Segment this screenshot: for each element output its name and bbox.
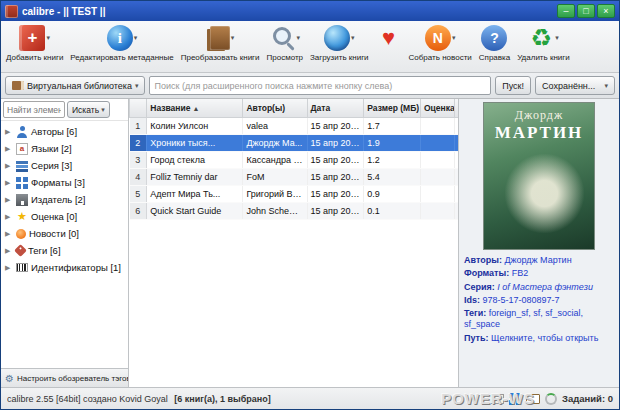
sidebar-item-formats[interactable]: ▶Форматы [3] bbox=[1, 174, 128, 191]
status-icons: Заданий: 0 bbox=[491, 393, 613, 405]
configure-tag-browser-button[interactable]: ⚙ Настроить обозреватель тэгов bbox=[1, 368, 128, 387]
toolbar-button-get-books[interactable]: ▾Загрузить книги bbox=[307, 23, 372, 63]
table-row[interactable]: 2Хроники тыся...Джордж Ма...15 апр 20161… bbox=[130, 134, 459, 151]
table-cell[interactable] bbox=[420, 202, 455, 219]
sidebar-item-identifiers[interactable]: ▶Идентификаторы [1] bbox=[1, 259, 128, 276]
virtual-library-button[interactable]: Виртуальная библиотека ▾ bbox=[5, 76, 145, 95]
table-cell[interactable]: Folliz Temniy dar bbox=[147, 168, 243, 185]
expander-icon[interactable]: ▶ bbox=[5, 213, 13, 221]
search-input[interactable] bbox=[149, 76, 491, 95]
table-cell[interactable]: Хроники тыся... bbox=[147, 134, 243, 151]
sidebar-item-publisher[interactable]: ▶Издатель [2] bbox=[1, 191, 128, 208]
table-cell[interactable]: 15 апр 2016 bbox=[307, 202, 364, 219]
table-cell[interactable]: 1.7 bbox=[364, 117, 421, 134]
jobs-label[interactable]: Заданий: 0 bbox=[562, 393, 613, 404]
sidebar-item-news[interactable]: ▶Новости [0] bbox=[1, 225, 128, 242]
toolbar-button-edit-metadata[interactable]: ▾Редактировать метаданные bbox=[67, 23, 176, 63]
dropdown-arrow-icon[interactable]: ▾ bbox=[297, 34, 301, 42]
detail-field-value[interactable]: Щелкните, чтобы открыть bbox=[491, 333, 598, 343]
toolbar-button-help[interactable]: Справка bbox=[476, 23, 513, 63]
table-cell[interactable]: valea bbox=[243, 117, 307, 134]
toolbar-button-fetch-news[interactable]: ▾Собрать новости bbox=[406, 23, 475, 63]
find-item-input[interactable] bbox=[3, 101, 65, 118]
expander-icon[interactable]: ▶ bbox=[5, 145, 13, 153]
table-cell[interactable]: FoM bbox=[243, 168, 307, 185]
maximize-button[interactable]: □ bbox=[577, 4, 595, 18]
column-header-1[interactable]: Автор(ы) bbox=[243, 99, 307, 117]
jobs-spinner-icon[interactable] bbox=[545, 393, 557, 405]
table-cell[interactable]: Джордж Ма... bbox=[243, 134, 307, 151]
table-cell[interactable] bbox=[420, 134, 455, 151]
dropdown-arrow-icon[interactable]: ▾ bbox=[46, 34, 50, 42]
column-header-3[interactable]: Размер (МБ) bbox=[364, 99, 421, 117]
table-cell[interactable]: 5.4 bbox=[364, 168, 421, 185]
sidebar-item-authors[interactable]: ▶Авторы [6] bbox=[1, 123, 128, 140]
expander-icon[interactable]: ▶ bbox=[5, 264, 13, 272]
book-cover[interactable]: Джордж МАРТИН bbox=[483, 102, 595, 250]
dropdown-arrow-icon[interactable]: ▾ bbox=[231, 34, 235, 42]
dropdown-arrow-icon[interactable]: ▾ bbox=[351, 34, 355, 42]
detail-field-value[interactable]: 978-5-17-080897-7 bbox=[483, 295, 560, 305]
layout-cover-browser-icon[interactable] bbox=[491, 394, 504, 404]
table-cell[interactable]: 15 апр 2016 bbox=[307, 168, 364, 185]
detail-field-value[interactable]: FB2 bbox=[512, 268, 529, 278]
table-cell[interactable]: Адепт Мира Ть... bbox=[147, 185, 243, 202]
expander-icon[interactable]: ▶ bbox=[5, 179, 13, 187]
sidebar-item-tags[interactable]: ▶Теги [6] bbox=[1, 242, 128, 259]
table-cell[interactable] bbox=[420, 185, 455, 202]
table-row[interactable]: 4Folliz Temniy darFoM15 апр 20165.4 bbox=[130, 168, 459, 185]
table-cell[interactable]: 15 апр 2016 bbox=[307, 185, 364, 202]
layout-book-details-icon[interactable] bbox=[526, 394, 540, 404]
toolbar-button-donate[interactable] bbox=[373, 23, 405, 53]
expander-icon[interactable]: ▶ bbox=[5, 247, 13, 255]
table-cell[interactable]: Город стекла bbox=[147, 151, 243, 168]
table-cell[interactable]: Григорий Ви... bbox=[243, 185, 307, 202]
expander-icon[interactable]: ▶ bbox=[5, 128, 13, 136]
table-cell[interactable]: 0.1 bbox=[364, 202, 421, 219]
dropdown-arrow-icon[interactable]: ▾ bbox=[555, 34, 559, 42]
close-button[interactable]: × bbox=[597, 4, 615, 18]
expander-icon[interactable]: ▶ bbox=[5, 162, 13, 170]
minimize-button[interactable]: – bbox=[557, 4, 575, 18]
table-cell[interactable] bbox=[420, 168, 455, 185]
table-cell[interactable]: 1.9 bbox=[364, 134, 421, 151]
sidebar-item-rating[interactable]: ▶Оценка [0] bbox=[1, 208, 128, 225]
toolbar-button-remove-books[interactable]: ▾Удалить книги bbox=[514, 23, 573, 63]
toolbar-button-convert-books[interactable]: ▾Преобразовать книги bbox=[178, 23, 263, 63]
dropdown-arrow-icon[interactable]: ▾ bbox=[452, 34, 456, 42]
detail-field-label: Форматы: bbox=[464, 268, 512, 278]
window-controls: – □ × bbox=[555, 4, 615, 18]
search-start-button[interactable]: Пуск! bbox=[495, 76, 531, 95]
saved-search-dropdown[interactable]: Сохранённ... ▾ bbox=[535, 76, 615, 95]
expander-icon[interactable]: ▶ bbox=[5, 196, 13, 204]
table-row[interactable]: 5Адепт Мира Ть...Григорий Ви...15 апр 20… bbox=[130, 185, 459, 202]
toolbar-button-add-books[interactable]: ▾Добавить книги bbox=[3, 23, 66, 63]
expander-icon[interactable]: ▶ bbox=[5, 230, 13, 238]
table-cell[interactable] bbox=[420, 151, 455, 168]
table-row[interactable]: 6Quick Start GuideJohn Schember15 апр 20… bbox=[130, 202, 459, 219]
table-cell[interactable]: John Schember bbox=[243, 202, 307, 219]
table-cell[interactable]: Колин Уилсон bbox=[147, 117, 243, 134]
find-item-button[interactable]: Искать ▾ bbox=[67, 101, 110, 118]
table-row[interactable]: 1Колин Уилсонvalea15 апр 20161.7 bbox=[130, 117, 459, 134]
table-cell[interactable]: 15 апр 2016 bbox=[307, 151, 364, 168]
toolbar-button-view-book[interactable]: ▾Просмотр bbox=[263, 23, 306, 63]
column-header-2[interactable]: Дата bbox=[307, 99, 364, 117]
sidebar-item-series[interactable]: ▶Серия [3] bbox=[1, 157, 128, 174]
table-cell[interactable]: 0.9 bbox=[364, 185, 421, 202]
detail-field-value[interactable]: Джордж Мартин bbox=[504, 255, 571, 265]
table-cell[interactable]: 15 апр 2016 bbox=[307, 117, 364, 134]
table-cell[interactable]: Quick Start Guide bbox=[147, 202, 243, 219]
table-cell[interactable]: Кассандра К... bbox=[243, 151, 307, 168]
detail-field-value[interactable]: I of Мастера фэнтези bbox=[497, 282, 593, 292]
table-cell[interactable] bbox=[420, 117, 455, 134]
table-cell[interactable]: 15 апр 2016 bbox=[307, 134, 364, 151]
sidebar-item-languages[interactable]: ▶Языки [2] bbox=[1, 140, 128, 157]
dropdown-arrow-icon[interactable]: ▾ bbox=[134, 34, 138, 42]
layout-cover-grid-icon[interactable] bbox=[509, 393, 521, 405]
languages-icon bbox=[16, 143, 28, 155]
column-header-0[interactable]: Название▲ bbox=[147, 99, 243, 117]
table-cell[interactable]: 1.2 bbox=[364, 151, 421, 168]
column-header-4[interactable]: Оценка bbox=[420, 99, 455, 117]
table-row[interactable]: 3Город стеклаКассандра К...15 апр 20161.… bbox=[130, 151, 459, 168]
